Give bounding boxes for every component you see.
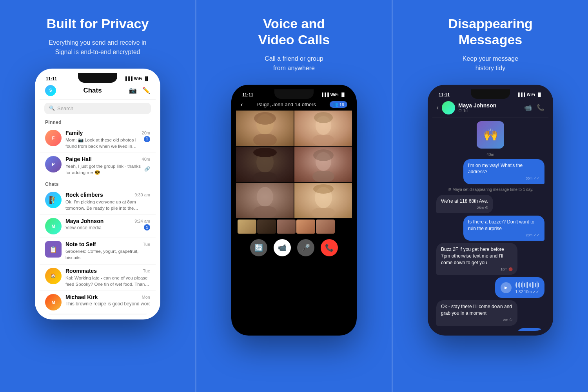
mute-button[interactable]: 🎤 [297,239,314,256]
play-button[interactable]: ▶ [501,282,512,293]
contact-name: Maya Johnson [458,102,496,109]
end-call-button[interactable]: 📞 [321,239,338,256]
bubble-text-recv-1: We're at 118 68th Ave. [441,198,488,204]
phone-screen-messages: 11:11 ▐▐▐ WiFi ▐▌ ‹ Maya Johnson [432,89,548,331]
bubble-recv-3: Ok - stay there I'll come down and grab … [436,300,517,325]
face-4 [294,147,352,182]
svg-rect-10 [312,171,334,182]
compose-icon[interactable]: ✏️ [142,87,150,94]
chat-item-roommates[interactable]: 🏠 Roommates Tue Kai: Working late - can … [40,265,156,291]
sticker-area: 🙌 [436,121,544,149]
chat-name-paige: Paige Hall [65,156,92,162]
chat-name-row-note: Note to Self Tue [65,241,150,247]
video-button[interactable]: 📹 [274,239,291,256]
chat-preview-paige: Yeah, I just got the group link - thanks… [65,163,143,176]
voice-duration: 1:32 10m ✓✓ [515,290,539,294]
phone-frame-video: 11:11 ▐▐▐ WiFi ▐▌ ‹ Paige, John and 14 o… [231,85,357,336]
svg-point-12 [257,187,273,207]
chats-title: Chats [83,87,102,94]
face-5 [236,183,294,218]
contact-status: ⏱ 1d [458,109,496,113]
voice-call-icon[interactable]: 📞 [537,104,544,111]
svg-rect-7 [253,172,277,182]
chat-name-row-family: Family 20m [65,130,150,136]
contact-status-text: 1d [463,109,468,113]
message-header: ‹ Maya Johnson ⏱ 1d 📹 📞 [432,99,548,118]
wave-bar-15 [537,281,537,289]
header-actions: 📷 ✏️ [129,87,150,94]
panel-privacy: Built for Privacy Everything you send an… [0,0,195,392]
avatar-paige: P [45,156,62,172]
avatar-roommates: 🏠 [45,268,62,284]
wifi-icon: WiFi [134,76,142,81]
thumbnail-4 [296,220,315,234]
chat-info-note: Note to Self Tue Groceries: Coffee, yogu… [65,241,150,261]
chat-name-row-roommates: Roommates Tue [65,268,150,274]
chat-preview-family: Mom: 📷 Look at these old photos I found … [65,137,142,149]
chat-item-paige[interactable]: P Paige Hall 40m Yeah, I just got the gr… [40,153,156,179]
panel-disappearing: DisappearingMessages Keep your messagehi… [392,0,588,392]
chat-item-note[interactable]: 📋 Note to Self Tue Groceries: Coffee, yo… [40,238,156,264]
chats-header: S Chats 📷 ✏️ [40,83,156,100]
msg-recv-1: We're at 118 68th Ave. 25m ⏱ [436,195,544,213]
wave-bar-6 [523,281,523,289]
status-time-3: 11:11 [439,93,450,97]
phone-notch-2 [274,89,314,99]
back-icon[interactable]: ‹ [436,103,439,112]
contact-info[interactable]: Maya Johnson ⏱ 1d [442,101,521,114]
svg-point-11 [313,149,334,161]
search-bar[interactable]: 🔍 Search [44,103,151,114]
svg-rect-1 [253,134,277,146]
profile-avatar[interactable]: S [45,85,56,96]
svg-rect-4 [312,135,334,146]
video-cell-3 [236,147,294,182]
panel-video-title: Voice andVideo Calls [258,16,330,48]
status-time-2: 11:11 [242,93,253,97]
voice-bubble[interactable]: ▶ [495,277,544,298]
face-3 [236,147,294,182]
signal-icon: ▐▐▐ [124,76,132,81]
bubble-text-recv-3: Ok - stay there I'll come down and grab … [441,304,512,316]
signal-icon-3: ▐▐▐ [517,93,525,97]
badge-maya: 1 [144,224,150,230]
call-title: Paige, John and 14 others [243,102,329,107]
thumbnail-row [236,218,352,235]
video-call-icon[interactable]: 📹 [524,104,532,111]
chat-name-note: Note to Self [65,241,96,247]
wave-bar-3 [518,283,519,287]
timestamp-40m: 40m [436,152,544,157]
link-icon: 🔗 [144,166,150,172]
tab-bar: 💬 Chats 👥 Stories [40,314,156,315]
chat-list: Pinned F Family 20m Mom: 📷 Look at these… [40,117,156,314]
svg-rect-15 [312,208,335,218]
avatar-family: F [45,130,62,146]
chat-name-row-maya: Maya Johnson 9:24 am [65,218,150,224]
svg-rect-13 [253,206,277,218]
timer-icon: ⏱ [458,109,462,113]
chat-name-row-rock: Rock climbers 9:30 am [65,192,150,198]
signal-icon-2: ▐▐▐ [321,93,329,97]
badge-family: 1 [144,136,150,142]
messages-screen: 11:11 ▐▐▐ WiFi ▐▌ ‹ Maya Johnson [432,89,548,331]
bubble-meta-2: 20m ✓✓ [468,233,540,238]
wave-bar-1 [515,283,515,287]
video-cell-5 [236,183,294,218]
camera-icon[interactable]: 📷 [129,87,137,94]
count-value: 16 [339,102,344,107]
wifi-icon-2: WiFi [330,93,339,97]
search-icon: 🔍 [49,105,55,111]
svg-point-8 [253,148,277,157]
chat-item-michael[interactable]: M Michael Kirk Mon This brownie recipe i… [40,291,156,314]
svg-point-5 [314,112,333,123]
chat-info-roommates: Roommates Tue Kai: Working late - can on… [65,268,150,287]
chat-item-rock[interactable]: 🧗 Rock climbers 9:30 am Ok, I'm picking … [40,189,156,215]
bubble-recv-2: Buzz 2F if you get here before 7pm other… [436,243,517,275]
chat-item-maya[interactable]: M Maya Johnson 9:24 am View-once media 1 [40,215,156,238]
chat-info-michael: Michael Kirk Mon This brownie recipe is … [65,294,150,307]
header-action-icons: 📹 📞 [524,104,544,111]
video-cell-6 [294,183,352,218]
chat-item-family[interactable]: F Family 20m Mom: 📷 Look at these old ph… [40,127,156,153]
chat-name-michael: Michael Kirk [65,294,98,300]
thumbnail-3 [277,220,296,234]
flip-camera-button[interactable]: 🔄 [250,239,267,256]
